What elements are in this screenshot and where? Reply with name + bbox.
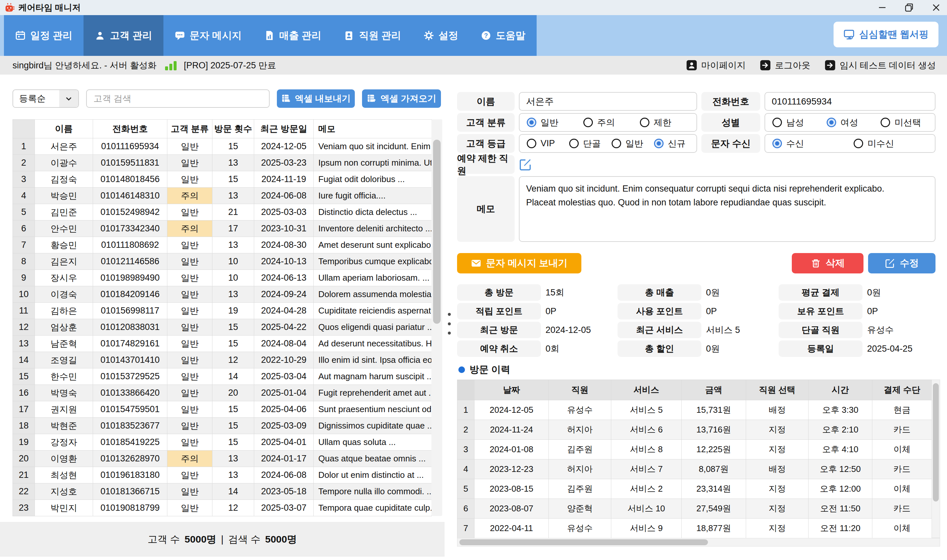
customer-row[interactable]: 8 김은지 010121146586 일반 10 2024-10-13 Temp… [13,253,432,270]
tab-settings[interactable]: 설정 [412,15,470,56]
radio-option[interactable]: 주의 [583,117,640,129]
radio-option[interactable]: 여성 [827,117,881,129]
customer-row[interactable]: 23 박민지 010190818799 일반 12 2025-03-07 Tem… [13,500,432,516]
monitor-icon [844,29,855,40]
generate-test-data-link[interactable]: 임시 테스트 데이터 생성 [825,60,936,71]
customer-row[interactable]: 11 김하은 010156998117 일반 19 2024-04-28 Cup… [13,303,432,319]
stat-value: 0원 [706,343,720,355]
visit-row[interactable]: 3 2024-01-08 김주원 서비스 8 12,225원 지정 오후 4:1… [457,440,932,460]
edit-button[interactable]: 수정 [868,253,936,274]
tab-schedule[interactable]: 일정 관리 [4,15,83,56]
nav-bar: 일정 관리 고객 관리 문자 메시지 매출 관리 직원 관리 설정 [0,15,947,56]
window-title: 케어타임 매니저 [18,2,80,14]
visit-row[interactable]: 4 2023-12-23 허지아 서비스 7 8,087원 배정 오후 12:5… [457,460,932,479]
panel-splitter[interactable] [447,313,452,335]
customer-row[interactable]: 13 남준혁 010174829161 일반 15 2024-08-04 Ad … [13,335,432,352]
visit-row[interactable]: 5 2023-08-15 김주원 서비스 2 23,314원 지정 오후 12:… [457,479,932,499]
stat-item: 평균 결제 0원 [779,284,936,301]
memo-field[interactable]: Veniam quo sit incidunt. Enim consequatu… [519,176,936,242]
tab-messages[interactable]: 문자 메시지 [163,15,253,56]
radio-option[interactable]: 미선택 [881,117,935,129]
close-button[interactable] [931,3,941,12]
arrow-right-icon [825,60,836,71]
radio-option[interactable]: 수신 [772,138,854,149]
customer-row[interactable]: 17 권지원 010154759501 일반 15 2025-04-06 Sun… [13,401,432,418]
radio-dot [583,118,593,127]
profile-card-icon [686,60,697,71]
mypage-link[interactable]: 마이페이지 [686,60,745,71]
radio-option[interactable]: 신규 [654,138,696,149]
customer-row[interactable]: 5 김민준 010152498942 일반 21 2025-03-03 Dist… [13,204,432,220]
visit-history-table: 날짜 직원 서비스 금액 직원 선택 시간 결제 수단 1 2024-12-05… [457,380,932,538]
visit-row[interactable]: 7 2022-04-11 유성수 서비스 9 18,877원 지정 오전 11:… [457,518,932,538]
customer-row[interactable]: 22 지성호 010181366715 일반 14 2023-05-18 Tem… [13,483,432,500]
websurf-button[interactable]: 심심할땐 웹서핑 [833,22,938,47]
stat-label: 적립 포인트 [457,303,541,320]
customer-row[interactable]: 14 조영길 010143701410 일반 12 2022-10-29 Ill… [13,352,432,368]
radio-option[interactable]: 단골 [569,138,611,149]
customer-row[interactable]: 21 최성현 010196183180 일반 13 2024-06-08 Dol… [13,467,432,483]
excel-export-button[interactable]: 엑셀 내보내기 [277,89,355,108]
sort-select[interactable]: 등록순 [12,89,79,108]
restricted-staff-label: 예약 제한 직원 [457,155,514,174]
tab-customers[interactable]: 고객 관리 [83,15,163,56]
customer-row[interactable]: 19 강정자 010185419225 일반 15 2025-04-01 Ull… [13,434,432,451]
stat-value: 2024-12-05 [545,325,591,335]
radio-option[interactable]: VIP [527,138,569,149]
customer-row[interactable]: 10 이경숙 010184209146 일반 13 2024-09-24 Dol… [13,286,432,303]
customer-table: 이름 전화번호 고객 분류 방문 횟수 최근 방문일 메모 1 서은주 0101… [12,119,432,516]
restricted-staff-edit-button[interactable] [519,155,697,174]
radio-option[interactable]: 미수신 [854,138,935,149]
gear-icon [423,30,434,41]
customer-list-panel: 등록순 엑셀 내보내기 엑셀 가져오기 이름 전화번호 고객 분류 방문 [0,75,445,560]
send-sms-button[interactable]: 문자 메시지 보내기 [457,253,581,274]
customer-row[interactable]: 12 엄상훈 010120838031 일반 15 2025-04-22 Quo… [13,319,432,335]
customer-row[interactable]: 7 황승민 010111808692 일반 13 2024-08-30 Amet… [13,237,432,253]
customer-row[interactable]: 1 서은주 010111695934 일반 15 2024-12-05 Veni… [13,138,432,155]
customer-row[interactable]: 15 한수민 010153729525 일반 14 2025-03-04 Aut… [13,368,432,385]
memo-label: 메모 [457,176,514,242]
radio-dot [881,118,890,127]
customer-table-header: 이름 전화번호 고객 분류 방문 횟수 최근 방문일 메모 [13,120,432,138]
excel-import-icon [366,94,377,103]
visit-table-hscrollbar[interactable] [457,538,940,546]
stat-label: 등록일 [779,340,862,357]
logout-link[interactable]: 로그아웃 [760,60,810,71]
customer-row[interactable]: 6 안수민 010173342340 주의 17 2023-10-31 Inve… [13,220,432,237]
customer-row[interactable]: 9 장시우 010198989490 일반 10 2024-06-13 Ulla… [13,270,432,286]
customer-stats: 총 방문 15회 총 매출 0원 평균 결제 0원 적립 포인트 0P [457,284,936,357]
customer-table-scrollbar[interactable] [431,119,442,516]
customer-row[interactable]: 16 박명숙 010133866420 일반 20 2025-01-04 Fug… [13,385,432,401]
name-label: 이름 [457,92,514,111]
maximize-button[interactable] [904,3,914,12]
tab-sales[interactable]: 매출 관리 [253,15,333,56]
phone-label: 전화번호 [701,92,760,111]
phone-field[interactable] [764,92,936,111]
visit-row[interactable]: 2 2024-11-24 허지아 서비스 6 13,716원 지정 오후 2:1… [457,420,932,440]
visit-table-vscrollbar[interactable] [932,380,940,538]
radio-option[interactable]: 일반 [611,138,654,149]
radio-dot [569,139,579,148]
name-field[interactable] [519,92,697,111]
delete-button[interactable]: 삭제 [792,253,864,274]
customer-row[interactable]: 2 이광수 010159511831 일반 13 2025-03-23 Ipsu… [13,155,432,171]
stat-item: 등록일 2025-04-25 [779,340,936,357]
radio-option[interactable]: 제한 [640,117,696,129]
search-input[interactable] [86,89,269,108]
customer-row[interactable]: 3 김정숙 010148018456 일반 15 2024-11-19 Fugi… [13,171,432,188]
excel-import-button[interactable]: 엑셀 가져오기 [362,89,441,108]
radio-option[interactable]: 일반 [527,117,583,129]
tab-staff[interactable]: 직원 관리 [333,15,412,56]
customer-row[interactable]: 20 이영환 010132628970 주의 13 2024-01-17 Qua… [13,451,432,467]
visit-row[interactable]: 6 2023-08-07 양준혁 서비스 10 27,549원 지정 오전 11… [457,499,932,518]
minimize-button[interactable] [877,3,887,12]
bullet-dot-icon [458,366,465,373]
tab-help[interactable]: ? 도움말 [470,15,537,56]
badge-icon [343,30,354,41]
radio-option[interactable]: 남성 [772,117,827,129]
customer-row[interactable]: 4 박승민 010146148310 주의 13 2024-06-08 Iure… [13,188,432,204]
status-bar: singbird님 안녕하세요. - 서버 활성화 [PRO] 2025-07-… [0,56,947,75]
stat-item: 총 할인 0원 [617,340,779,357]
customer-row[interactable]: 18 박현준 010183523677 일반 15 2025-03-09 Dig… [13,418,432,434]
visit-row[interactable]: 1 2024-12-05 유성수 서비스 5 15,731원 배정 오후 3:3… [457,400,932,420]
